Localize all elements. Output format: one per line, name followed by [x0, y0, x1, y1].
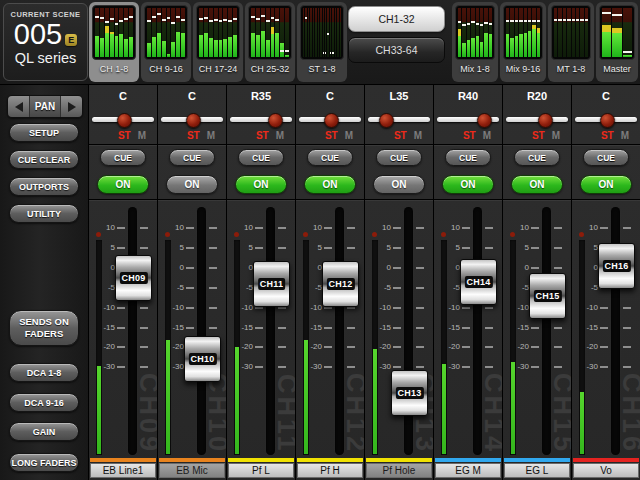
- channel-on-button[interactable]: ON: [373, 175, 425, 194]
- meter-bank-tab-mt-1-8[interactable]: MT 1-8: [548, 2, 594, 82]
- meter-bar: [204, 8, 208, 57]
- sends-on-faders-button[interactable]: SENDS ON FADERS: [9, 310, 79, 346]
- fader-scale-label: 5: [158, 243, 184, 252]
- channel-name[interactable]: EB Mic: [159, 463, 225, 478]
- fader-track[interactable]: [266, 207, 275, 455]
- cue-button[interactable]: CUE: [376, 149, 422, 166]
- pan-knob[interactable]: [477, 113, 492, 128]
- channel-name[interactable]: Pf L: [228, 463, 294, 478]
- meter-bank-tab-mix-9-16[interactable]: Mix 9-16: [500, 2, 546, 82]
- input-meter-banks: CH 1-8CH 9-16CH 17-24CH 25-32ST 1-8: [89, 2, 347, 82]
- pan-knob[interactable]: [117, 113, 132, 128]
- utility-button[interactable]: UTILITY: [9, 204, 79, 223]
- cue-button[interactable]: CUE: [307, 149, 353, 166]
- meter-peak-hold: [515, 20, 518, 22]
- bank-button-ch33-64[interactable]: CH33-64: [348, 37, 445, 63]
- fader-cap[interactable]: CH16: [598, 243, 635, 289]
- channel-name[interactable]: EG L: [504, 463, 570, 478]
- pan-knob[interactable]: [600, 113, 615, 128]
- pan-slider[interactable]: [575, 113, 637, 126]
- fader-track[interactable]: [335, 207, 344, 455]
- fader-scale-label: -5: [89, 283, 115, 292]
- meter-bank-tab-st-1-8[interactable]: ST 1-8: [297, 2, 347, 82]
- cue-button[interactable]: CUE: [583, 149, 629, 166]
- channel-on-button[interactable]: ON: [304, 175, 356, 194]
- pan-slider[interactable]: [299, 113, 361, 126]
- gain-button[interactable]: GAIN: [9, 422, 79, 441]
- channel-on-button[interactable]: ON: [511, 175, 563, 194]
- pan-value: R35: [227, 90, 295, 102]
- pan-left-arrow-button[interactable]: [8, 96, 29, 117]
- fader-cap[interactable]: CH13: [391, 370, 428, 416]
- long-faders-button[interactable]: LONG FADERS: [9, 453, 79, 472]
- fader-track[interactable]: [404, 207, 413, 455]
- fader-cap[interactable]: CH09: [115, 255, 152, 301]
- meter-bank-tab-mix-1-8[interactable]: Mix 1-8: [452, 2, 498, 82]
- meter-bar: [580, 8, 583, 57]
- meter-peak-hold: [129, 16, 133, 18]
- fader-track[interactable]: [128, 207, 137, 455]
- cue-button[interactable]: CUE: [445, 149, 491, 166]
- cue-button[interactable]: CUE: [100, 149, 146, 166]
- channel-number-watermark: CH12: [345, 373, 364, 454]
- channel-name[interactable]: Pf Hole: [366, 463, 432, 478]
- scene-panel[interactable]: CURRENT SCENE 005 E QL series: [3, 3, 88, 81]
- pan-slider[interactable]: [92, 113, 154, 126]
- meter-bank-tab-ch-1-8[interactable]: CH 1-8: [89, 2, 139, 82]
- pan-right-arrow-button[interactable]: [61, 96, 82, 117]
- meter-bank-tab-master[interactable]: Master: [596, 2, 638, 82]
- fader-scale-tick: [600, 366, 608, 368]
- meter-bank-tab-ch-25-32[interactable]: CH 25-32: [245, 2, 295, 82]
- meter-peak-hold: [576, 19, 579, 21]
- fader-scale-tick: [485, 307, 493, 309]
- cue-button[interactable]: CUE: [169, 149, 215, 166]
- meter-peak-hold: [612, 14, 621, 16]
- pan-slider[interactable]: [161, 113, 223, 126]
- cue-button[interactable]: CUE: [238, 149, 284, 166]
- channel-name[interactable]: Vo: [573, 463, 639, 478]
- pan-slider[interactable]: [368, 113, 430, 126]
- channel-on-button[interactable]: ON: [442, 175, 494, 194]
- fader-cap[interactable]: CH14: [460, 259, 497, 305]
- pan-knob[interactable]: [268, 113, 283, 128]
- pan-slider[interactable]: [437, 113, 499, 126]
- fader-track[interactable]: [542, 207, 551, 455]
- pan-knob[interactable]: [379, 113, 394, 128]
- pan-slider-track: [368, 117, 430, 122]
- fader-scale-tick: [600, 227, 608, 229]
- pan-knob[interactable]: [324, 113, 339, 128]
- setup-button[interactable]: SETUP: [9, 123, 79, 142]
- fader-cap[interactable]: CH12: [322, 261, 359, 307]
- fader-cap[interactable]: CH11: [253, 261, 290, 307]
- meter-bank-label: CH 17-24: [196, 60, 240, 74]
- bank-button-ch1-32[interactable]: CH1-32: [348, 6, 445, 32]
- outports-button[interactable]: OUTPORTS: [9, 177, 79, 196]
- meter-bar: [129, 8, 133, 57]
- meter-peak-hold: [271, 17, 275, 19]
- channel-on-button[interactable]: ON: [580, 175, 632, 194]
- dca-1-8-button[interactable]: DCA 1-8: [9, 363, 79, 382]
- pan-knob[interactable]: [186, 113, 201, 128]
- cue-button[interactable]: CUE: [514, 149, 560, 166]
- meter-bank-tab-ch-9-16[interactable]: CH 9-16: [141, 2, 191, 82]
- pan-slider[interactable]: [506, 113, 568, 126]
- fader-cap[interactable]: CH15: [529, 273, 566, 319]
- channel-on-button[interactable]: ON: [97, 175, 149, 194]
- cue-clear-button[interactable]: CUE CLEAR: [9, 150, 79, 169]
- pan-slider[interactable]: [230, 113, 292, 126]
- channel-on-button[interactable]: ON: [166, 175, 218, 194]
- channel-name[interactable]: EG M: [435, 463, 501, 478]
- channel-name[interactable]: EB Line1: [90, 463, 156, 478]
- meter-bank-tab-ch-17-24[interactable]: CH 17-24: [193, 2, 243, 82]
- fader-track[interactable]: [473, 207, 482, 455]
- meter-peak-hold: [602, 12, 611, 14]
- channel-name[interactable]: Pf H: [297, 463, 363, 478]
- pan-knob[interactable]: [538, 113, 553, 128]
- fader-track[interactable]: [197, 207, 206, 455]
- fader-cap[interactable]: CH10: [184, 336, 221, 382]
- meter-peak-hold: [480, 24, 483, 26]
- channel-on-button[interactable]: ON: [235, 175, 287, 194]
- pan-value: C: [572, 90, 640, 102]
- dca-9-16-button[interactable]: DCA 9-16: [9, 393, 79, 412]
- meter-level-fill: [266, 40, 270, 57]
